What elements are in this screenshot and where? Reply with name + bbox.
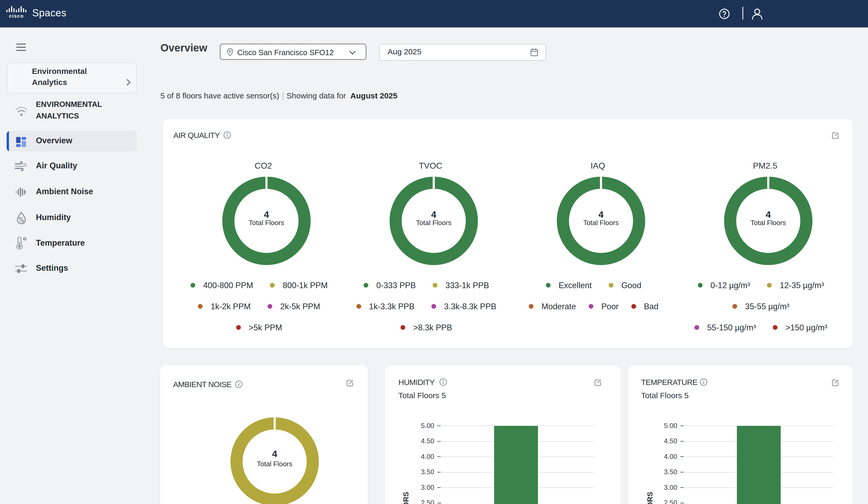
svg-text:cisco: cisco xyxy=(9,13,24,18)
